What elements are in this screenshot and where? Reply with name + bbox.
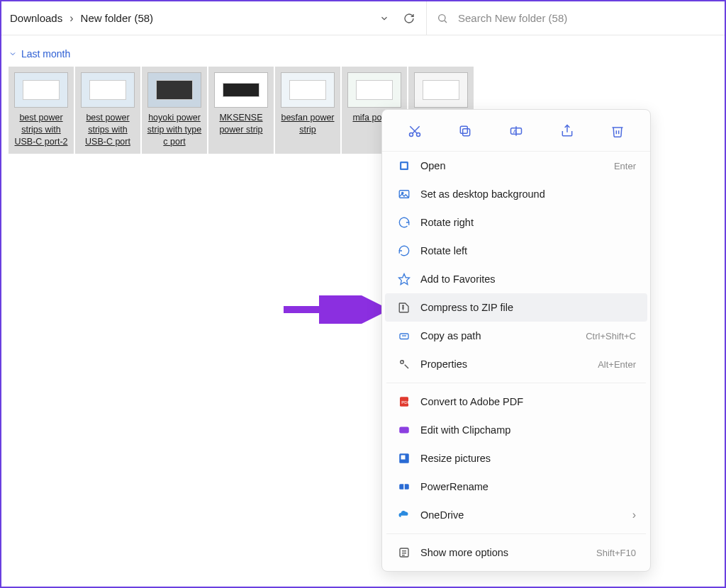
rotate-right-icon: [396, 216, 412, 229]
file-item[interactable]: besfan power strip: [275, 67, 340, 154]
cut-icon[interactable]: [403, 120, 426, 142]
resize-icon: [396, 452, 412, 465]
ctx-convert-adobe-pdf[interactable]: PDF Convert to Adobe PDF: [385, 388, 647, 416]
share-icon[interactable]: [556, 120, 579, 142]
rotate-left-icon: [396, 244, 412, 257]
thumbnail: [147, 72, 201, 108]
file-item[interactable]: MKSENSE power strip: [208, 67, 274, 154]
file-name: besfan power strip: [278, 112, 337, 136]
ctx-label: OneDrive: [420, 509, 632, 521]
thumbnail: [214, 72, 268, 108]
ctx-label: Open: [420, 160, 614, 171]
powerrename-icon: [396, 480, 412, 493]
context-menu-separator: [386, 533, 646, 534]
properties-icon: [396, 358, 412, 371]
file-name: MKSENSE power strip: [211, 112, 271, 136]
group-label: Last month: [21, 48, 70, 60]
breadcrumb-separator-icon: ›: [69, 12, 73, 25]
zip-icon: [396, 301, 412, 314]
more-options-icon: [396, 546, 412, 559]
ctx-open[interactable]: Open Enter: [385, 152, 647, 180]
ctx-edit-clipchamp[interactable]: Edit with Clipchamp: [385, 416, 647, 444]
chevron-down-icon: [9, 50, 17, 58]
ctx-accel: Alt+Enter: [598, 359, 636, 370]
ctx-set-desktop-background[interactable]: Set as desktop background: [385, 180, 647, 208]
thumbnail: [347, 72, 401, 108]
file-name: best power strips with USB-C port: [78, 112, 138, 148]
refresh-icon[interactable]: [403, 13, 415, 24]
ctx-label: Compress to ZIP file: [420, 302, 636, 313]
search-icon: [437, 13, 448, 24]
delete-icon[interactable]: [606, 120, 629, 142]
onedrive-icon: [396, 509, 412, 521]
ctx-label: PowerRename: [420, 481, 636, 492]
thumbnail: [414, 72, 468, 108]
context-menu: A Open Enter Set as desktop background R…: [381, 109, 651, 572]
rename-icon[interactable]: A: [505, 120, 527, 142]
thumbnail: [81, 72, 135, 108]
svg-text:PDF: PDF: [401, 400, 410, 405]
svg-rect-14: [401, 163, 407, 169]
ctx-label: Set as desktop background: [420, 188, 636, 200]
svg-marker-17: [399, 274, 410, 285]
thumbnail: [14, 72, 68, 108]
ctx-rotate-right[interactable]: Rotate right: [385, 208, 647, 237]
annotation-arrow-icon: [281, 295, 387, 324]
ctx-accel: Ctrl+Shift+C: [586, 331, 636, 341]
breadcrumb-bar[interactable]: Downloads › New folder (58): [1, 1, 427, 35]
svg-rect-21: [400, 334, 408, 339]
ctx-show-more-options[interactable]: Show more options Shift+F10: [385, 538, 647, 567]
ctx-label: Edit with Clipchamp: [420, 424, 636, 436]
copy-path-icon: [396, 329, 412, 342]
ctx-label: Rotate right: [420, 217, 636, 228]
ctx-label: Show more options: [420, 547, 596, 558]
context-toolbar: A: [382, 110, 650, 152]
ctx-label: Rotate left: [420, 245, 636, 256]
file-item[interactable]: hoyoki power strip with type c port: [142, 67, 207, 154]
svg-rect-25: [399, 427, 409, 434]
svg-text:A: A: [513, 128, 517, 135]
thumbnail: [281, 72, 335, 108]
file-item[interactable]: best power strips with USB-C port: [75, 67, 140, 154]
history-dropdown-icon[interactable]: [379, 13, 389, 23]
ctx-accel: Shift+F10: [596, 548, 636, 558]
svg-line-1: [445, 21, 447, 23]
svg-point-0: [439, 14, 445, 21]
ctx-label: Copy as path: [420, 330, 586, 341]
ctx-add-favorites[interactable]: Add to Favorites: [385, 265, 647, 293]
ctx-label: Add to Favorites: [420, 273, 636, 285]
ctx-copy-as-path[interactable]: Copy as path Ctrl+Shift+C: [385, 322, 647, 350]
file-name: best power strips with USB-C port-2: [11, 112, 71, 148]
svg-point-3: [409, 133, 413, 137]
search-input[interactable]: [458, 12, 725, 24]
group-header-last-month[interactable]: Last month: [9, 45, 717, 67]
svg-rect-8: [461, 126, 468, 133]
ctx-accel: Enter: [614, 161, 636, 171]
ctx-properties[interactable]: Properties Alt+Enter: [385, 350, 647, 378]
ctx-resize-pictures[interactable]: Resize pictures: [385, 444, 647, 473]
svg-rect-27: [401, 456, 406, 460]
breadcrumb-current[interactable]: New folder (58): [78, 9, 157, 27]
breadcrumb-root[interactable]: Downloads: [7, 9, 65, 27]
ctx-onedrive[interactable]: OneDrive ›: [385, 501, 647, 529]
ctx-label: Convert to Adobe PDF: [420, 396, 636, 407]
submenu-chevron-icon: ›: [632, 509, 636, 521]
copy-icon[interactable]: [454, 120, 476, 142]
ctx-label: Resize pictures: [420, 453, 636, 464]
address-search-bar: Downloads › New folder (58): [1, 1, 725, 35]
svg-rect-7: [463, 129, 470, 136]
pdf-icon: PDF: [396, 395, 412, 408]
ctx-rotate-left[interactable]: Rotate left: [385, 237, 647, 265]
context-menu-separator: [386, 383, 646, 383]
wallpaper-icon: [396, 188, 412, 200]
clipchamp-icon: [396, 424, 412, 436]
ctx-compress-zip[interactable]: Compress to ZIP file: [385, 293, 647, 322]
file-name: hoyoki power strip with type c port: [145, 112, 204, 148]
ctx-powerrename[interactable]: PowerRename: [385, 473, 647, 501]
open-icon: [396, 159, 412, 172]
ctx-label: Properties: [420, 358, 598, 370]
file-item[interactable]: best power strips with USB-C port-2: [9, 67, 74, 154]
svg-point-4: [416, 133, 420, 137]
search-box[interactable]: [427, 1, 725, 35]
star-icon: [396, 273, 412, 285]
